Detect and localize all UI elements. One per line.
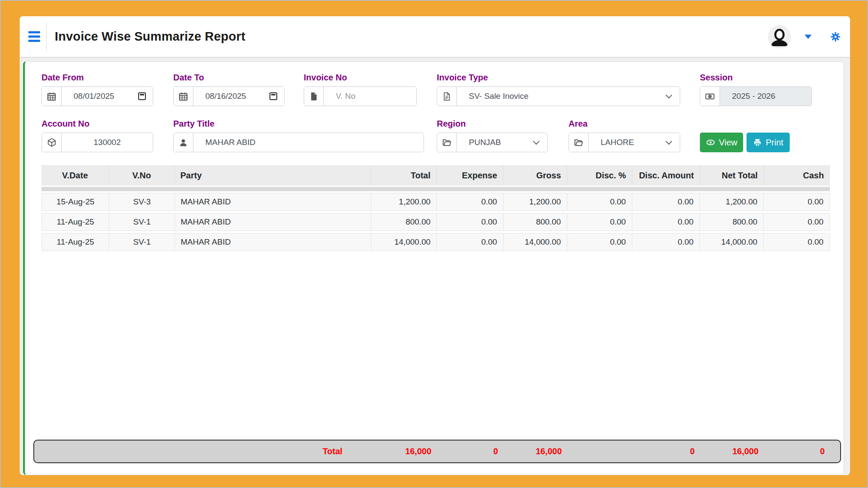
table-row: 11-Aug-25 SV-1 MAHAR ABID 14,000.00 0.00… <box>41 233 830 251</box>
date-to-label: Date To <box>173 73 284 83</box>
column-header: Expense <box>436 165 503 186</box>
party-title-label: Party Title <box>173 119 424 129</box>
date-picker-icon[interactable] <box>138 92 146 100</box>
session-label: Session <box>700 73 812 83</box>
cell-vdate: 11-Aug-25 <box>42 234 109 251</box>
table-subheader-strip <box>41 187 830 191</box>
date-from-field: Date From 08/01/2025 <box>41 73 153 106</box>
invoice-type-label: Invoice Type <box>437 73 680 83</box>
cell-vno: SV-3 <box>109 193 175 210</box>
invoice-type-field: Invoice Type SV- Sale Inovice <box>437 73 680 106</box>
view-button-label: View <box>719 138 738 148</box>
header-divider <box>46 22 47 51</box>
cell-gross: 14,000.00 <box>503 234 567 251</box>
date-to-input[interactable]: 08/16/2025 <box>193 87 284 106</box>
cell-cash: 0.00 <box>763 234 829 251</box>
person-avatar-icon <box>768 25 791 48</box>
table-row: 15-Aug-25 SV-3 MAHAR ABID 1,200.00 0.00 … <box>41 193 830 211</box>
account-no-label: Account No <box>41 119 153 129</box>
region-label: Region <box>437 119 548 129</box>
totals-gross: 16,000 <box>504 447 568 456</box>
totals-disc-amount: 0 <box>633 447 700 456</box>
cell-disc-pct: 0.00 <box>567 193 632 210</box>
print-button-label: Print <box>766 138 783 148</box>
cell-party: MAHAR ABID <box>175 193 370 210</box>
cell-party: MAHAR ABID <box>175 213 370 231</box>
chevron-down-icon <box>666 138 672 145</box>
settings-gear-icon[interactable] <box>830 32 841 42</box>
window-frame: Invoice Wise Summarize Report <box>0 0 868 488</box>
date-from-input[interactable]: 08/01/2025 <box>62 87 153 106</box>
session-field: Session 2025 - 2026 <box>700 73 812 106</box>
column-header: Total <box>370 165 436 186</box>
region-select[interactable]: PUNJAB <box>457 133 547 152</box>
view-button[interactable]: View <box>700 133 743 152</box>
column-header: Gross <box>503 165 567 186</box>
cell-net-total: 14,000.00 <box>699 234 763 251</box>
cell-total: 800.00 <box>371 213 437 231</box>
profile-caret-down-icon[interactable] <box>805 35 812 39</box>
cell-gross: 800.00 <box>503 213 567 231</box>
column-header: Cash <box>764 165 830 186</box>
top-bar: Invoice Wise Summarize Report <box>20 16 850 58</box>
cell-expense: 0.00 <box>436 213 503 231</box>
cell-total: 14,000.00 <box>371 234 437 251</box>
party-title-input[interactable]: MAHAR ABID <box>193 133 424 152</box>
date-from-label: Date From <box>41 73 153 83</box>
totals-label: Total <box>175 447 372 456</box>
invoice-no-field: Invoice No <box>304 73 417 106</box>
cell-party: MAHAR ABID <box>175 234 370 251</box>
totals-cash: 0 <box>764 447 831 456</box>
report-card: Date From 08/01/2025 <box>23 61 844 475</box>
calendar-icon <box>42 87 62 106</box>
date-to-field: Date To 08/16/2025 <box>173 73 284 106</box>
cell-vno: SV-1 <box>109 234 175 251</box>
user-avatar[interactable] <box>768 25 791 48</box>
area-select[interactable]: LAHORE <box>589 133 680 152</box>
account-no-input[interactable]: 130002 <box>62 133 153 152</box>
cell-disc-amount: 0.00 <box>632 193 699 210</box>
person-icon <box>174 133 193 152</box>
print-button[interactable]: Print <box>747 133 790 152</box>
cell-net-total: 1,200.00 <box>699 193 763 210</box>
cell-disc-pct: 0.00 <box>567 234 632 251</box>
calendar-icon <box>174 87 193 106</box>
cell-disc-amount: 0.00 <box>632 234 699 251</box>
totals-expense: 0 <box>437 447 504 456</box>
area-field: Area LAHORE <box>569 119 680 152</box>
cell-gross: 1,200.00 <box>503 193 567 210</box>
column-header: Net Total <box>700 165 764 186</box>
cell-cash: 0.00 <box>763 213 829 231</box>
chevron-down-icon <box>666 92 672 99</box>
date-picker-icon[interactable] <box>270 92 277 100</box>
region-field: Region PUNJAB <box>437 119 548 152</box>
totals-bar: Total 16,000 0 16,000 0 16,000 0 <box>33 440 841 463</box>
account-no-field: Account No 130002 <box>41 119 153 152</box>
folder-open-icon <box>437 133 457 152</box>
column-header: V.No <box>109 165 175 186</box>
file-text-icon <box>437 87 457 106</box>
cell-vdate: 15-Aug-25 <box>42 193 109 210</box>
filter-row-1: Date From 08/01/2025 <box>41 73 826 106</box>
table-header-row: V.Date V.No Party Total Expense Gross Di… <box>41 165 830 186</box>
app-container: Invoice Wise Summarize Report <box>20 16 850 475</box>
cell-vdate: 11-Aug-25 <box>42 213 109 231</box>
invoice-type-select[interactable]: SV- Sale Inovice <box>457 87 680 106</box>
invoice-no-label: Invoice No <box>304 73 417 83</box>
cash-icon <box>700 87 720 106</box>
cell-expense: 0.00 <box>436 234 503 251</box>
cell-disc-pct: 0.00 <box>567 213 632 231</box>
column-header: Party <box>175 165 371 186</box>
file-icon <box>304 87 324 106</box>
cell-net-total: 800.00 <box>699 213 763 231</box>
invoice-no-input[interactable] <box>324 87 417 106</box>
hamburger-menu-icon[interactable] <box>25 30 44 44</box>
party-title-field: Party Title MAHAR ABID <box>173 119 424 152</box>
area-label: Area <box>569 119 680 129</box>
chevron-down-icon <box>533 138 540 145</box>
cell-vno: SV-1 <box>109 213 175 231</box>
session-value: 2025 - 2026 <box>720 87 812 106</box>
totals-disc-pct <box>568 447 633 456</box>
cell-total: 1,200.00 <box>371 193 437 210</box>
totals-net-total: 16,000 <box>701 447 764 456</box>
